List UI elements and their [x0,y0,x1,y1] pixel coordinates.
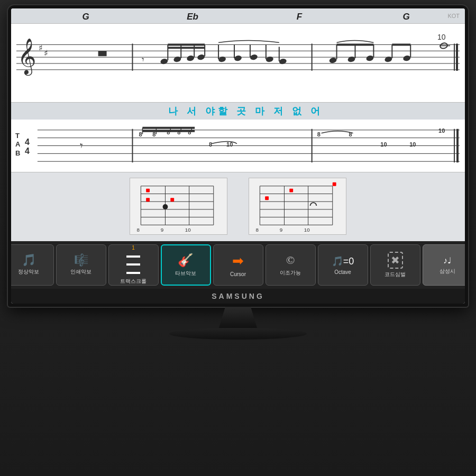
svg-rect-93 [146,189,150,193]
print-score-icon: 🎼 [74,254,88,266]
chord-diagrams-section: 8 9 10 [11,172,465,241]
svg-text:4: 4 [25,147,30,155]
monitor-bezel: KOT G Eb F G [8,5,468,307]
cursor-icon: ➡ [232,253,244,269]
svg-text:8: 8 [317,131,321,138]
svg-rect-12 [98,51,107,56]
svg-text:10: 10 [226,142,233,148]
normal-score-label: 정상악보 [18,268,39,276]
chord-g1: G [32,12,139,22]
samsung-app-label: 삼성시 [440,268,455,275]
svg-rect-95 [170,198,174,202]
svg-text:10: 10 [437,33,446,41]
samsung-logo: SAMSUNG [212,292,264,300]
print-score-label: 인쇄악보 [70,268,91,276]
samsung-bar: SAMSUNG [11,289,465,304]
svg-text:10: 10 [304,227,310,233]
svg-text:10: 10 [438,127,445,134]
staff-svg: 𝄞 ♯ ♯ [11,24,465,102]
track-scroll-button[interactable]: 1 ▬▬▬▬▬▬ 트랙스크롤 [108,244,159,286]
track-scroll-label: 트랙스크롤 [120,278,147,285]
chord-diagram-right: 8 9 10 [249,178,346,235]
svg-text:8: 8 [255,227,259,233]
svg-point-26 [234,55,242,62]
svg-text:10: 10 [409,142,416,148]
normal-score-icon: 🎵 [22,254,36,266]
staff-notation: 𝄞 ♯ ♯ [11,23,465,103]
svg-point-42 [402,55,411,62]
svg-text:9: 9 [161,227,163,233]
svg-point-20 [197,54,205,61]
monitor-stand [206,307,270,328]
samsung-app-icon: ♪♩ [443,255,452,266]
chord-g2: G [353,12,460,22]
svg-point-34 [329,57,337,64]
chord-diagram-left: 8 9 10 [130,178,227,235]
octave-button[interactable]: 🎵=0 Octave [318,244,368,286]
transpose-button[interactable]: © 이조가능 [266,244,316,286]
svg-text:A: A [15,141,20,149]
transpose-icon: © [286,253,295,267]
tab-score-button[interactable]: 🎸 타브악보 [161,244,211,286]
cursor-button[interactable]: ➡ Cursor [213,244,263,286]
svg-point-18 [186,55,195,62]
svg-rect-110 [333,182,336,186]
monitor-screen: KOT G Eb F G [11,8,465,304]
diagram-left-svg: 8 9 10 [130,178,227,234]
tab-notation: T A B 4 4 [11,120,465,172]
svg-text:𝄾: 𝄾 [142,58,144,62]
svg-text:♯: ♯ [39,43,43,52]
score-wrapper: KOT G Eb F G [11,8,465,241]
svg-text:8: 8 [136,227,140,233]
tab-score-label: 타브악보 [175,270,196,277]
octave-label: Octave [334,269,351,275]
svg-point-32 [279,58,287,65]
svg-point-30 [266,56,274,63]
svg-point-96 [163,204,168,209]
svg-text:♯: ♯ [44,49,48,58]
svg-point-16 [173,56,181,63]
chord-symbol-icon: ✖ [388,252,403,269]
samsung-app-button[interactable]: ♪♩ 삼성시 [423,244,465,286]
svg-point-28 [250,54,258,61]
svg-text:8: 8 [139,131,142,138]
chord-eb: Eb [139,12,246,22]
toolbar: 🎵 정상악보 🎼 인쇄악보 1 ▬▬▬▬▬▬ 트랙스크롤 [11,241,465,289]
svg-point-14 [160,58,168,65]
track-scroll-icon: 1 ▬▬▬▬▬▬ [126,245,140,276]
svg-text:4: 4 [25,138,30,147]
svg-text:T: T [15,132,20,140]
svg-text:10: 10 [185,227,191,233]
transpose-label: 이조가능 [280,269,301,277]
svg-point-36 [347,56,355,63]
chord-symbol-button[interactable]: ✖ 코드심벌 [370,244,420,286]
print-score-button[interactable]: 🎼 인쇄악보 [56,244,106,286]
svg-text:10: 10 [380,142,387,148]
svg-rect-94 [146,198,150,202]
diagram-right-svg: 8 9 10 [249,178,346,234]
octave-icon: 🎵=0 [332,255,354,267]
chord-symbol-label: 코드심벌 [385,271,406,278]
tab-svg: T A B 4 4 [11,120,465,172]
watermark: KOT [447,13,460,19]
svg-text:B: B [15,149,20,157]
svg-text:𝄞: 𝄞 [17,38,36,76]
lyrics-text: 나 서 야할 곳 마 저 없 어 [168,106,323,116]
svg-point-24 [218,56,226,63]
tab-score-icon: 🎸 [178,253,194,268]
svg-point-40 [384,56,392,63]
monitor-outer: KOT G Eb F G [0,0,476,476]
lyrics-row: 나 서 야할 곳 마 저 없 어 [11,103,465,120]
cursor-label: Cursor [230,271,246,277]
svg-point-38 [365,55,374,62]
svg-text:9: 9 [280,227,282,233]
normal-score-button[interactable]: 🎵 정상악보 [11,244,54,286]
chord-f: F [246,12,353,22]
svg-rect-111 [289,189,293,193]
svg-text:8: 8 [209,142,212,148]
svg-rect-112 [265,196,269,200]
monitor-base [169,328,307,340]
